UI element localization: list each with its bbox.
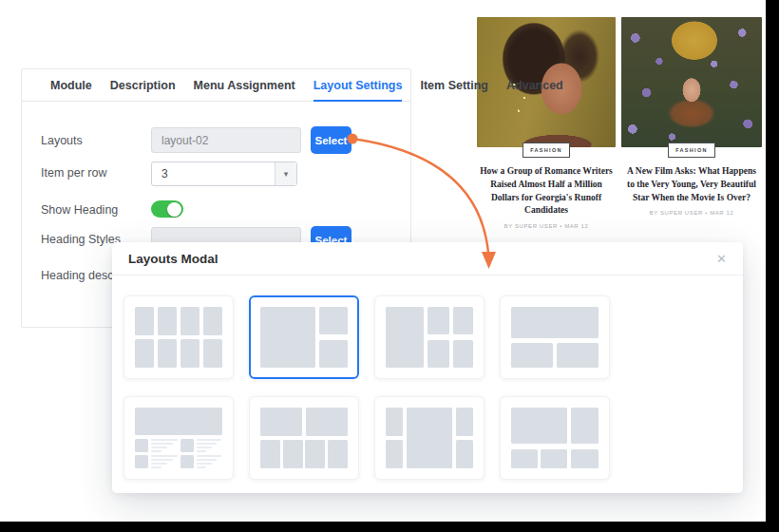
article-title[interactable]: How a Group of Romance Writers Raised Al… [477, 165, 616, 218]
layouts-modal: Layouts Modal ✕ [112, 242, 743, 493]
layout-cell [511, 449, 538, 468]
chevron-down-icon: ▾ [275, 162, 296, 185]
category-badge-row: FASHION [621, 139, 762, 158]
layout-cell [180, 307, 200, 335]
item-per-row-select[interactable]: 3 ▾ [151, 162, 297, 186]
layout-cell [135, 307, 154, 335]
layout-cell [135, 339, 154, 368]
text-line-bar [197, 439, 220, 440]
layout-cell [453, 307, 473, 334]
tab-module[interactable]: Module [50, 69, 92, 101]
layout-thumbnail-7[interactable] [374, 396, 484, 480]
layout-cell [328, 440, 348, 468]
layout-cell [557, 343, 598, 368]
layout-cell [283, 440, 303, 468]
text-line-bar [197, 459, 217, 461]
tab-description[interactable]: Description [110, 69, 176, 101]
category-badge[interactable]: FASHION [668, 142, 715, 158]
layout-thumbnail-canvas [386, 307, 473, 368]
layout-cell [456, 408, 473, 436]
layout-text-lines [197, 439, 222, 451]
layout-thumbnail-3[interactable] [374, 295, 484, 379]
layout-thumbnail-2[interactable] [249, 295, 359, 379]
text-line-bar [151, 446, 167, 447]
text-line-bar [151, 443, 172, 444]
text-line-bar [151, 459, 172, 461]
layout-cell [511, 343, 553, 368]
layout-thumbnail-canvas [135, 408, 222, 468]
layout-cell [260, 408, 302, 436]
screen-edge-bottom [0, 522, 779, 532]
text-line-bar [151, 455, 177, 457]
article-preview-grid: FASHION How a Group of Romance Writers R… [477, 17, 762, 229]
layout-cell [453, 340, 473, 368]
layouts-input[interactable] [151, 127, 301, 153]
layout-cell [180, 439, 194, 451]
layout-cell [135, 455, 148, 468]
text-line-bar [151, 450, 162, 451]
layout-cell [260, 440, 280, 468]
modal-header: Layouts Modal ✕ [112, 242, 743, 276]
text-line-bar [197, 443, 217, 444]
toggle-knob [167, 202, 181, 217]
layout-thumbnail-canvas [386, 408, 473, 468]
article-title[interactable]: A New Film Asks: What Happens to the Ver… [621, 165, 762, 204]
screenshot-root: ModuleDescriptionMenu AssignmentLayout S… [0, 0, 779, 532]
layout-thumbnail-1[interactable] [124, 295, 234, 379]
layout-cell [158, 307, 177, 335]
settings-tab-bar: ModuleDescriptionMenu AssignmentLayout S… [22, 69, 410, 102]
article-card[interactable]: FASHION How a Group of Romance Writers R… [477, 17, 616, 229]
layout-thumbnail-canvas [135, 307, 222, 368]
text-line-bar [197, 463, 211, 465]
article-byline: BY SUPER USER • MAR 12 [621, 210, 762, 216]
show-heading-toggle[interactable] [151, 200, 183, 218]
layout-thumbnail-6[interactable] [249, 396, 359, 480]
layout-text-lines [151, 439, 179, 451]
tab-item-setting[interactable]: Item Setting [420, 69, 488, 101]
layout-thumbnail-4[interactable] [500, 295, 610, 379]
close-icon[interactable]: ✕ [716, 253, 727, 265]
layout-cell [180, 339, 200, 368]
layout-thumbnail-canvas [511, 307, 598, 368]
tab-menu-assignment[interactable]: Menu Assignment [194, 69, 295, 101]
layouts-select-button[interactable]: Select [311, 126, 352, 154]
modal-title: Layouts Modal [128, 252, 218, 266]
layout-cell [571, 408, 598, 444]
text-line-bar [151, 439, 177, 440]
layout-cell [428, 307, 449, 334]
layout-cell [511, 408, 567, 444]
layout-thumbnail-canvas [260, 408, 348, 468]
tab-advanced[interactable]: Advanced [506, 69, 563, 101]
layout-cell [386, 408, 403, 436]
layout-text-lines [197, 455, 222, 468]
layout-cell [386, 307, 424, 368]
layout-cell [456, 440, 473, 468]
text-line-bar [197, 455, 220, 457]
layout-cell [407, 408, 452, 468]
layout-thumbnail-canvas [260, 307, 348, 368]
layout-cell [571, 449, 598, 468]
text-line-bar [151, 466, 162, 468]
layout-cell [180, 455, 194, 468]
layout-thumbnail-canvas [511, 408, 598, 468]
article-card[interactable]: FASHION A New Film Asks: What Happens to… [621, 17, 762, 229]
category-badge[interactable]: FASHION [522, 142, 570, 158]
category-badge-row: FASHION [477, 139, 616, 158]
layout-cell [158, 339, 177, 368]
tab-layout-settings[interactable]: Layout Settings [314, 69, 403, 101]
text-line-bar [197, 450, 206, 451]
layout-thumbnail-5[interactable] [124, 396, 234, 480]
layouts-label: Layouts [41, 134, 83, 147]
layout-cell [319, 307, 348, 334]
text-line-bar [197, 446, 211, 447]
layout-cell [428, 340, 449, 368]
article-image [621, 17, 762, 147]
layout-cell [386, 440, 403, 468]
layout-cell [135, 408, 222, 435]
layout-cell [305, 440, 325, 468]
layout-cell [203, 307, 222, 335]
layout-thumbnail-8[interactable] [500, 396, 610, 480]
layout-cell [541, 449, 567, 468]
layout-cell [203, 339, 222, 368]
show-heading-label: Show Heading [41, 203, 118, 217]
